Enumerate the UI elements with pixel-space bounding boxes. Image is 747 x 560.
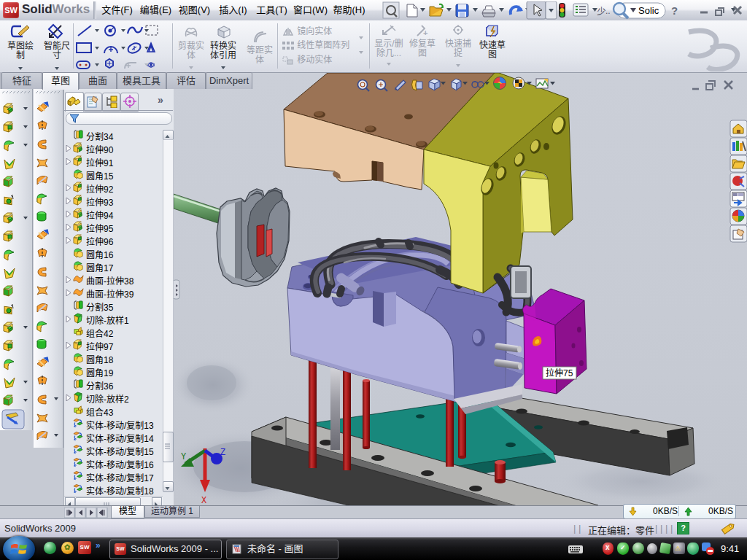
svg-text:+: + (423, 28, 427, 37)
svg-text:拉伸75: 拉伸75 (546, 368, 573, 378)
svg-text:?: ? (671, 4, 678, 17)
svg-text:少..: 少.. (597, 6, 611, 16)
svg-text:Y: Y (181, 452, 186, 462)
svg-text:Solic: Solic (638, 5, 659, 16)
svg-text:X: X (201, 496, 206, 505)
svg-text:Z: Z (220, 448, 225, 458)
